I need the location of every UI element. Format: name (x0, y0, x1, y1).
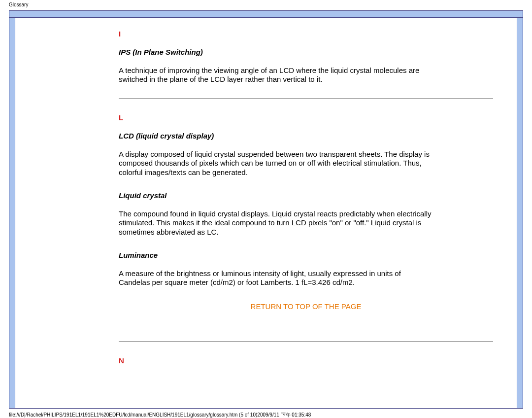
section-letter-n: N (119, 356, 493, 366)
term-ips: IPS (In Plane Switching) (119, 48, 493, 57)
divider (119, 98, 493, 99)
document-frame: I IPS (In Plane Switching) A technique o… (9, 10, 523, 409)
term-lcd: LCD (liquid crystal display) (119, 132, 493, 141)
page-content: I IPS (In Plane Switching) A technique o… (15, 18, 517, 408)
def-luminance: A measure of the brightness or luminous … (119, 269, 434, 288)
term-liquid-crystal: Liquid crystal (119, 191, 493, 201)
frame-left-bar (9, 18, 15, 408)
def-lcd: A display composed of liquid crystal sus… (119, 150, 434, 177)
divider (119, 341, 493, 342)
def-ips: A technique of improving the viewing ang… (119, 66, 434, 85)
frame-right-bar (517, 18, 523, 408)
term-luminance: Luminance (119, 251, 493, 260)
footer-path: file:///D|/Rachel/PHILIPS/191EL1/191EL1%… (0, 409, 532, 418)
def-liquid-crystal: The compound found in liquid crystal dis… (119, 209, 434, 237)
section-letter-i: I (119, 30, 493, 39)
header-label: Glossary (0, 0, 532, 7)
return-to-top-link[interactable]: RETURN TO TOP OF THE PAGE (119, 302, 493, 312)
section-letter-l: L (119, 113, 493, 123)
frame-top-bar (9, 11, 523, 18)
